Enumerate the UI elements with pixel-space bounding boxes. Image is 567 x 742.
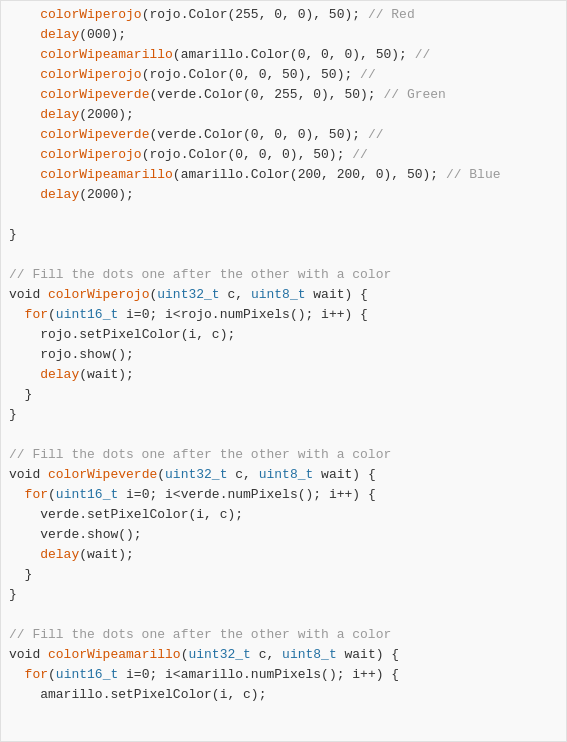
code-line: rojo.setPixelColor(i, c); <box>1 325 566 345</box>
code-line <box>1 605 566 625</box>
code-line: colorWipeverde(verde.Color(0, 255, 0), 5… <box>1 85 566 105</box>
code-line: for(uint16_t i=0; i<rojo.numPixels(); i+… <box>1 305 566 325</box>
code-line: colorWipeamarillo(amarillo.Color(200, 20… <box>1 165 566 185</box>
code-editor: colorWiperojo(rojo.Color(255, 0, 0), 50)… <box>0 0 567 742</box>
code-line <box>1 425 566 445</box>
code-line: void colorWipeamarillo(uint32_t c, uint8… <box>1 645 566 665</box>
code-line: verde.setPixelColor(i, c); <box>1 505 566 525</box>
code-line: colorWiperojo(rojo.Color(255, 0, 0), 50)… <box>1 5 566 25</box>
code-line: colorWipeverde(verde.Color(0, 0, 0), 50)… <box>1 125 566 145</box>
code-line: // Fill the dots one after the other wit… <box>1 265 566 285</box>
code-line: } <box>1 405 566 425</box>
code-line: } <box>1 585 566 605</box>
code-line: verde.show(); <box>1 525 566 545</box>
code-line: // Fill the dots one after the other wit… <box>1 625 566 645</box>
code-line: colorWipeamarillo(amarillo.Color(0, 0, 0… <box>1 45 566 65</box>
code-line: // Fill the dots one after the other wit… <box>1 445 566 465</box>
code-line: colorWiperojo(rojo.Color(0, 0, 0), 50); … <box>1 145 566 165</box>
code-line: void colorWipeverde(uint32_t c, uint8_t … <box>1 465 566 485</box>
code-line: for(uint16_t i=0; i<verde.numPixels(); i… <box>1 485 566 505</box>
code-line: } <box>1 385 566 405</box>
code-line: delay(2000); <box>1 105 566 125</box>
code-line: void colorWiperojo(uint32_t c, uint8_t w… <box>1 285 566 305</box>
code-line: delay(2000); <box>1 185 566 205</box>
code-content: colorWiperojo(rojo.Color(255, 0, 0), 50)… <box>1 5 566 705</box>
code-line: delay(wait); <box>1 545 566 565</box>
code-line <box>1 205 566 225</box>
code-line <box>1 245 566 265</box>
code-line: for(uint16_t i=0; i<amarillo.numPixels()… <box>1 665 566 685</box>
code-line: rojo.show(); <box>1 345 566 365</box>
code-line: } <box>1 565 566 585</box>
code-line: amarillo.setPixelColor(i, c); <box>1 685 566 705</box>
code-line: delay(wait); <box>1 365 566 385</box>
code-line: } <box>1 225 566 245</box>
code-line: colorWiperojo(rojo.Color(0, 0, 50), 50);… <box>1 65 566 85</box>
code-line: delay(000); <box>1 25 566 45</box>
